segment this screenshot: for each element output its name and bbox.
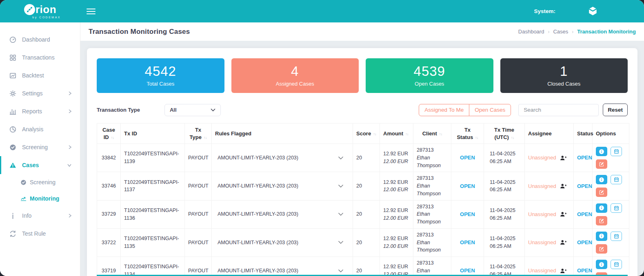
breadcrumb-dashboard[interactable]: Dashboard (518, 29, 544, 35)
column-header-case-id[interactable]: Case ID↑↓ (97, 124, 121, 144)
sidebar-item-reports[interactable]: Reports (0, 102, 80, 120)
rules-flagged-dropdown[interactable]: AMOUNT-LIMIT-YEARLY-203 (203) (212, 182, 353, 190)
calendar-button[interactable] (611, 175, 622, 184)
rule-name: AMOUNT-LIMIT-YEARLY-203 (203) (218, 210, 298, 218)
column-header-rules-flagged: Rules Flagged (212, 124, 353, 144)
sidebar-subitem-screening[interactable]: Screening (0, 174, 80, 190)
sidebar-item-analysis[interactable]: Analysis (0, 120, 80, 138)
sidebar-item-test-rule[interactable]: Test Rule (0, 225, 80, 243)
cell-amount: 12.92 EUR12.00 EUR (380, 172, 413, 200)
assign-user-icon[interactable] (560, 183, 567, 189)
cell-client: 287313Ethan Thompson (413, 200, 451, 228)
sidebar-item-cases[interactable]: Cases (0, 156, 80, 174)
column-header-tx-status[interactable]: Tx Status↑↓ (451, 124, 484, 144)
case-status-badge: OPEN (577, 239, 592, 245)
assign-user-icon[interactable] (560, 155, 567, 161)
cell-score: 20 (353, 228, 380, 256)
transaction-type-select[interactable]: All (164, 104, 221, 116)
search-input[interactable] (518, 104, 599, 116)
assign-user-icon[interactable] (560, 268, 567, 274)
cell-options (593, 228, 629, 256)
info-button[interactable] (596, 147, 607, 156)
cell-status: OPEN (574, 144, 593, 172)
edit-button[interactable] (596, 216, 607, 225)
sidebar-item-screening[interactable]: Screening (0, 138, 80, 156)
reset-button[interactable]: Reset (603, 104, 628, 116)
cell-tx-id: T1022049TESTINGAPI-1136 (121, 200, 185, 228)
cases-icon (9, 162, 16, 169)
sidebar-item-transactions[interactable]: Transactions (0, 49, 80, 66)
info-button[interactable] (596, 232, 607, 241)
stat-card-total-cases[interactable]: 4542Total Cases (97, 58, 224, 93)
cell-status: OPEN (574, 172, 593, 200)
edit-button[interactable] (596, 188, 607, 197)
assign-user-icon[interactable] (560, 211, 567, 217)
info-button[interactable] (596, 260, 607, 269)
cell-assignee: Unassigned (525, 200, 574, 228)
rules-flagged-dropdown[interactable]: AMOUNT-LIMIT-YEARLY-203 (203) (212, 154, 353, 162)
assign-user-icon[interactable] (560, 239, 567, 245)
column-header-client[interactable]: Client↑↓ (413, 124, 451, 144)
sidebar-item-label: Info (22, 212, 31, 219)
sidebar-item-backtest[interactable]: Backtest (0, 66, 80, 84)
sort-icon[interactable]: ↑↓ (373, 132, 376, 136)
info-button[interactable] (596, 203, 607, 213)
column-label: Rules Flagged (215, 130, 251, 137)
open-cases-button[interactable]: Open Cases (469, 104, 511, 116)
calendar-button[interactable] (611, 232, 622, 241)
sort-icon[interactable]: ↑↓ (511, 135, 514, 140)
content-area: 4542Total Cases4Assigned Cases4539Open C… (80, 41, 644, 276)
edit-button[interactable] (596, 159, 607, 169)
client-name: Ethan Thompson (417, 154, 448, 170)
sidebar-item-info[interactable]: Info (0, 207, 80, 225)
quick-filters: Assigned To Me Open Cases (419, 104, 511, 116)
sort-icon[interactable]: ↑↓ (439, 132, 442, 136)
column-header-score[interactable]: Score↑↓ (353, 124, 380, 144)
stat-card-assigned-cases[interactable]: 4Assigned Cases (231, 58, 359, 93)
case-status-badge: OPEN (577, 155, 592, 161)
sort-icon[interactable]: ↑↓ (204, 135, 207, 140)
sort-icon[interactable]: ↑↓ (475, 135, 478, 140)
rules-flagged-dropdown[interactable]: AMOUNT-LIMIT-YEARLY-203 (203) (212, 210, 353, 218)
column-label: Assignee (528, 130, 552, 137)
sidebar-item-dashboard[interactable]: Dashboard (0, 31, 80, 49)
amount-original: 12.92 EUR (383, 263, 410, 271)
sort-icon[interactable]: ↑↓ (405, 132, 409, 136)
sidebar-item-label: Cases (22, 162, 39, 168)
cell-tx-status: OPEN (451, 172, 484, 200)
cell-tx-time: 11-04-202506:25 AM (484, 200, 525, 228)
cell-options (593, 257, 629, 276)
calendar-button[interactable] (611, 260, 622, 269)
column-header-tx-time-utc[interactable]: Tx Time (UTC)↑↓ (484, 124, 525, 144)
tx-time-date: 11-04-2025 (490, 207, 521, 214)
rules-flagged-dropdown[interactable]: AMOUNT-LIMIT-YEARLY-203 (203) (212, 267, 353, 275)
sidebar-item-label: Test Rule (22, 230, 46, 237)
column-header-tx-type[interactable]: Tx Type↑↓ (185, 124, 212, 144)
rules-flagged-dropdown[interactable]: AMOUNT-LIMIT-YEARLY-203 (203) (212, 239, 353, 247)
calendar-button[interactable] (611, 203, 622, 213)
table-row: 33746T1022049TESTINGAPI-1137PAYOUTAMOUNT… (97, 172, 629, 200)
cases-card: 4542Total Cases4Assigned Cases4539Open C… (87, 48, 637, 276)
stat-card-open-cases[interactable]: 4539Open Cases (366, 58, 493, 93)
assigned-to-me-button[interactable]: Assigned To Me (419, 104, 469, 116)
edit-icon (599, 218, 604, 223)
calendar-button[interactable] (611, 147, 622, 156)
sidebar-subitem-monitoring[interactable]: Monitoring (0, 190, 80, 207)
sidebar-item-settings[interactable]: Settings (0, 84, 80, 102)
calendar-icon (614, 149, 619, 154)
system-cube-icon[interactable] (587, 6, 598, 17)
client-id: 287313 (417, 146, 448, 154)
cell-tx-id: T1022049TESTINGAPI-1135 (121, 228, 185, 256)
filter-bar: Transaction Type All Assigned To Me Open… (97, 104, 628, 116)
cell-score: 20 (353, 144, 380, 172)
column-header-amount[interactable]: Amount↑↓ (380, 124, 413, 144)
info-icon (599, 205, 604, 211)
info-button[interactable] (596, 175, 607, 184)
calendar-icon (614, 262, 619, 267)
menu-toggle-icon[interactable] (87, 9, 95, 14)
column-label: Tx Status (457, 127, 473, 140)
sort-icon[interactable]: ↑↓ (111, 135, 114, 140)
stat-card-closed-cases[interactable]: 1Closed Cases (500, 58, 628, 93)
breadcrumb-cases[interactable]: Cases (553, 29, 568, 35)
edit-button[interactable] (596, 244, 607, 254)
